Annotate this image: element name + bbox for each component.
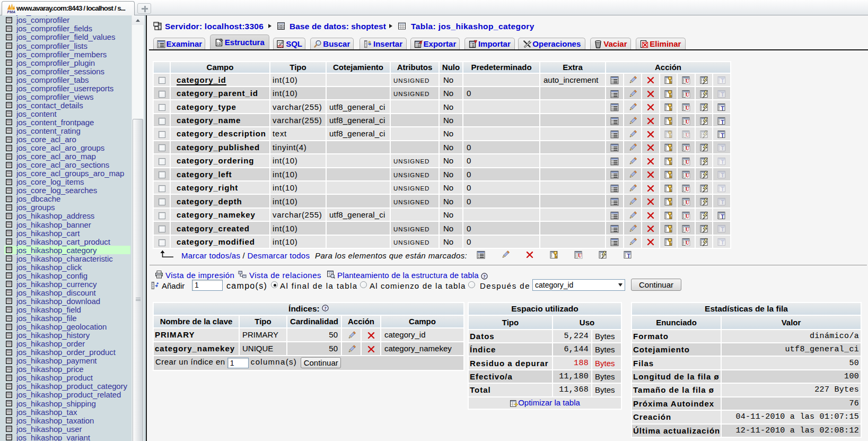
svg-text:T: T [721,226,724,232]
svg-text:U: U [686,146,689,152]
svg-text:T: T [721,77,724,84]
svg-text:?: ? [483,274,486,279]
svg-text:U: U [686,79,689,84]
svg-text:U: U [578,253,582,258]
svg-text:?: ? [324,306,327,311]
svg-text:PMA: PMA [7,10,16,14]
svg-text:T: T [721,186,724,192]
svg-text:T: T [721,172,724,178]
svg-text:T: T [721,105,724,111]
svg-text:T: T [721,199,724,205]
svg-text:T: T [721,91,724,98]
svg-text:T: T [721,145,724,152]
svg-text:T: T [721,118,724,125]
svg-text:U: U [686,173,689,179]
svg-text:U: U [686,106,689,111]
svg-text:U: U [686,159,689,165]
svg-text:U: U [686,227,689,232]
svg-text:U: U [686,213,689,219]
svg-text:SQL: SQL [278,44,284,47]
svg-text:U: U [686,240,689,246]
svg-text:U: U [686,186,689,192]
svg-text:U: U [686,92,689,98]
svg-text:U: U [686,119,689,125]
svg-text:T: T [721,159,724,165]
svg-text:U: U [686,200,689,206]
svg-text:T: T [721,132,724,139]
svg-text:T: T [627,253,630,259]
svg-text:U: U [686,132,689,138]
svg-text:T: T [721,240,724,246]
svg-text:T: T [721,213,724,219]
